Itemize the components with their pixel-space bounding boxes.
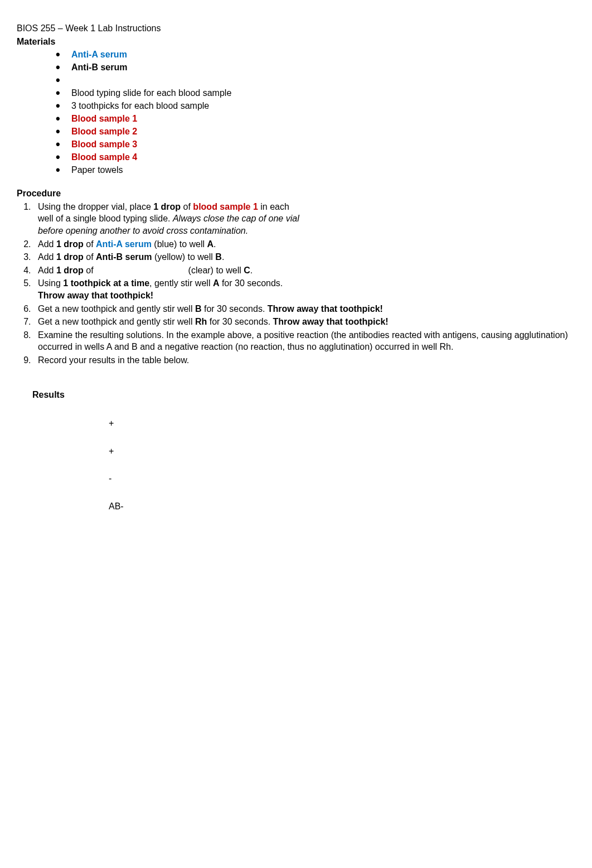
list-item: Blood sample 1 — [56, 113, 575, 125]
text-bold: Throw away that toothpick! — [268, 304, 383, 314]
results-row-4: AB- — [109, 500, 575, 513]
text: (yellow) to well — [152, 252, 216, 262]
text-bold: A — [213, 278, 220, 288]
material-bs1: Blood sample 1 — [71, 114, 137, 123]
text-bold: 1 drop — [56, 266, 84, 275]
procedure-heading: Procedure — [17, 187, 575, 200]
text: (blue) to well — [152, 239, 207, 249]
material-slide: Blood typing slide for each blood sample — [71, 88, 231, 98]
list-item-blank — [56, 74, 575, 86]
text: Add — [38, 252, 56, 262]
text: of — [84, 239, 96, 249]
text: Add — [38, 266, 56, 275]
text-bold: 1 toothpick at a time — [63, 278, 149, 288]
list-item: Anti-B serum — [56, 61, 575, 74]
materials-heading: Materials — [17, 36, 575, 48]
text-bold: B — [215, 252, 222, 262]
text: Using — [38, 278, 63, 288]
document-title: BIOS 255 – Week 1 Lab Instructions — [17, 22, 575, 35]
list-item: Blood sample 3 — [56, 138, 575, 151]
procedure-step-2: Add 1 drop of Anti-A serum (blue) to wel… — [33, 238, 575, 250]
procedure-step-7: Get a new toothpick and gently stir well… — [33, 316, 575, 328]
material-bs4: Blood sample 4 — [71, 152, 137, 162]
text-bold: 1 drop — [56, 239, 84, 249]
results-row-2: + — [109, 445, 575, 457]
text-bold: C — [244, 266, 250, 275]
procedure-step-1: Using the dropper vial, place 1 drop of … — [33, 201, 575, 237]
text: of — [84, 266, 94, 275]
results-row-1: + — [109, 417, 575, 430]
text-red: blood sample 1 — [193, 202, 258, 211]
text: of — [181, 202, 193, 211]
material-toothpicks: 3 toothpicks for each blood sample — [71, 101, 209, 110]
text: Get a new toothpick and gently stir well — [38, 304, 195, 314]
material-anti-a: Anti-A serum — [71, 50, 127, 59]
material-bs2: Blood sample 2 — [71, 127, 137, 136]
text: . — [250, 266, 253, 275]
text: Using the dropper vial, place — [38, 202, 153, 211]
material-bs3: Blood sample 3 — [71, 139, 137, 149]
text-bold: B — [195, 304, 202, 314]
procedure-step-6: Get a new toothpick and gently stir well… — [33, 303, 575, 315]
list-item: Blood sample 4 — [56, 151, 575, 163]
text: for 30 seconds. — [219, 278, 283, 288]
text-bold: Throw away that toothpick! — [273, 317, 389, 326]
text-bold: Anti-B serum — [96, 252, 152, 262]
list-item: Anti-A serum — [56, 49, 575, 61]
results-heading: Results — [32, 389, 575, 401]
results-row-3: - — [109, 472, 575, 485]
procedure-step-3: Add 1 drop of Anti-B serum (yellow) to w… — [33, 251, 575, 263]
results-block: + + - AB- — [109, 417, 575, 512]
text: for 30 seconds. — [207, 317, 273, 326]
procedure-step-8: Examine the resulting solutions. In the … — [33, 329, 575, 353]
list-item: 3 toothpicks for each blood sample — [56, 100, 575, 112]
text: for 30 seconds. — [201, 304, 267, 314]
text: . — [222, 252, 224, 262]
text-bold: Rh — [195, 317, 207, 326]
text-bold: Throw away that toothpick! — [38, 291, 153, 300]
material-anti-b: Anti-B serum — [71, 62, 127, 72]
text-bold: A — [207, 239, 214, 249]
text: , gently stir well — [149, 278, 213, 288]
list-item: Blood typing slide for each blood sample — [56, 87, 575, 99]
procedure-list: Using the dropper vial, place 1 drop of … — [17, 201, 575, 367]
procedure-step-4: Add 1 drop of(clear) to well C. — [33, 264, 575, 277]
text: Examine the resulting solutions. In the … — [38, 330, 568, 352]
text: (clear) to well — [188, 266, 244, 275]
text: . — [213, 239, 216, 249]
procedure-step-5: Using 1 toothpick at a time, gently stir… — [33, 277, 575, 301]
materials-section: Anti-A serum Anti-B serum Blood typing s… — [17, 49, 575, 176]
text: of — [84, 252, 96, 262]
text-bold: 1 drop — [153, 202, 181, 211]
text: Record your results in the table below. — [38, 355, 189, 365]
procedure-step-9: Record your results in the table below. — [33, 354, 575, 367]
text-blue: Anti-A serum — [96, 239, 152, 249]
list-item: Paper towels — [56, 164, 575, 176]
text: Get a new toothpick and gently stir well — [38, 317, 195, 326]
text-bold: 1 drop — [56, 252, 84, 262]
material-towels: Paper towels — [71, 165, 123, 175]
materials-list: Anti-A serum Anti-B serum Blood typing s… — [56, 49, 575, 176]
text: Add — [38, 239, 56, 249]
list-item: Blood sample 2 — [56, 126, 575, 138]
